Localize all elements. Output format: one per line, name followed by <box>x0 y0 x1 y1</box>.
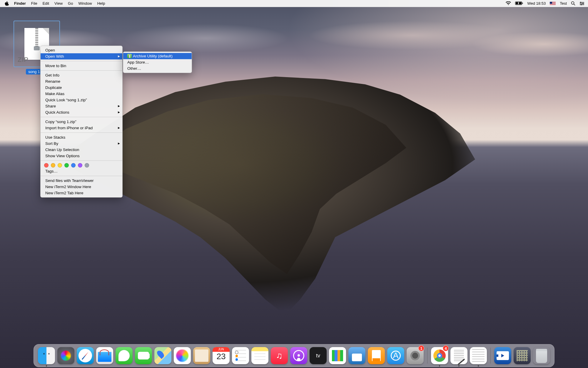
tag-dot-2[interactable] <box>58 163 62 168</box>
dock-badge-system-preferences: 1 <box>418 345 424 351</box>
openwith-other[interactable]: Other… <box>123 65 192 72</box>
ctx-make-alias[interactable]: Make Alias <box>41 91 122 97</box>
tag-dot-6[interactable] <box>85 163 89 168</box>
apple-menu-icon[interactable] <box>5 1 9 6</box>
menu-go[interactable]: Go <box>68 1 73 6</box>
ctx-send-files-with-teamviewer[interactable]: Send files with TeamViewer <box>41 178 122 184</box>
dock-app-system-preferences[interactable]: 1 <box>406 345 424 366</box>
dock-app-facetime[interactable] <box>134 345 153 366</box>
menu-view[interactable]: View <box>54 1 63 6</box>
dock-app-safari[interactable] <box>76 345 94 366</box>
notes-scratch-icon <box>470 347 487 364</box>
svg-point-8 <box>580 2 581 3</box>
svg-point-3 <box>572 2 574 4</box>
file-extension-badge: ZIP <box>18 56 29 64</box>
dock-app-notes-scratch[interactable] <box>469 345 487 366</box>
menubar-clock[interactable]: Wed 18:53 <box>527 1 546 6</box>
menu-window[interactable]: Window <box>78 1 92 6</box>
dock-app-finder[interactable] <box>37 345 56 366</box>
pages-icon <box>368 347 385 364</box>
dock-app-textedit[interactable] <box>450 345 468 366</box>
music-icon <box>271 347 288 364</box>
dock-app-mail[interactable] <box>96 345 114 366</box>
dock-app-teamviewer[interactable] <box>494 345 512 366</box>
tag-dot-5[interactable] <box>78 163 82 168</box>
dock-app-keynote[interactable] <box>348 345 366 366</box>
dock-app-numbers[interactable] <box>328 345 347 366</box>
dock-app-chrome[interactable]: 4 <box>430 345 449 366</box>
menu-file[interactable]: File <box>31 1 37 6</box>
finder-icon <box>38 347 55 364</box>
ctx-new-iterm2-window-here[interactable]: New iTerm2 Window Here <box>41 184 122 190</box>
dock-app-contacts[interactable] <box>193 345 211 366</box>
ctx-use-stacks[interactable]: Use Stacks <box>41 134 122 140</box>
dock-app-music[interactable] <box>270 345 288 366</box>
ctx-import-from-iphone-or-ipad[interactable]: Import from iPhone or iPad <box>41 125 122 131</box>
dock-app-launchpad[interactable] <box>57 345 75 366</box>
ctx-show-view-options[interactable]: Show View Options <box>41 153 122 159</box>
archive-utility-icon <box>127 54 132 58</box>
ctx-tags[interactable]: Tags… <box>41 168 122 174</box>
mail-icon <box>96 347 113 364</box>
photos-icon <box>174 347 191 364</box>
dock-app-photos[interactable] <box>173 345 191 366</box>
menu-help[interactable]: Help <box>97 1 105 6</box>
ctx-sort-by[interactable]: Sort By <box>41 140 122 147</box>
dock-app-desktop-shortcut[interactable] <box>513 345 531 366</box>
teamviewer-icon <box>494 347 511 364</box>
control-center-icon[interactable] <box>579 2 584 5</box>
dock-app-messages[interactable] <box>115 345 133 366</box>
ctx-share[interactable]: Share <box>41 103 122 109</box>
appstore-icon <box>387 347 404 364</box>
dock-app-reminders[interactable] <box>231 345 250 366</box>
ctx-open[interactable]: Open <box>41 47 122 53</box>
tag-dot-1[interactable] <box>51 163 55 168</box>
maps-icon <box>154 347 171 364</box>
context-menu: OpenOpen WithMove to BinGet InfoRenameDu… <box>40 46 123 198</box>
battery-icon[interactable] <box>515 1 523 5</box>
ctx-move-to-bin[interactable]: Move to Bin <box>41 63 122 69</box>
ctx-quick-actions[interactable]: Quick Actions <box>41 109 122 115</box>
submenu-item-label: Archive Utility (default) <box>133 54 173 58</box>
ctx-open-with[interactable]: Open With <box>41 53 122 59</box>
launchpad-icon <box>57 347 74 364</box>
svg-point-9 <box>582 3 584 4</box>
openwith-archive-utility-default[interactable]: Archive Utility (default) <box>123 53 192 59</box>
ctx-copy-song-1-zip[interactable]: Copy “song 1.zip” <box>41 119 122 125</box>
textedit-icon <box>450 347 467 364</box>
menu-edit[interactable]: Edit <box>43 1 49 6</box>
dock-app-trash[interactable] <box>532 345 551 366</box>
ctx-new-iterm2-tab-here[interactable]: New iTerm2 Tab Here <box>41 190 122 196</box>
contacts-icon <box>193 347 210 364</box>
dock-app-pages[interactable] <box>367 345 385 366</box>
wifi-icon[interactable] <box>506 1 511 5</box>
desktop-shortcut-icon <box>514 347 531 364</box>
ctx-tag-colors <box>41 162 122 168</box>
tag-dot-0[interactable] <box>44 163 49 168</box>
input-source-flag-icon[interactable] <box>550 2 556 5</box>
ctx-clean-up-selection[interactable]: Clean Up Selection <box>41 147 122 153</box>
menubar-user[interactable]: Test <box>560 1 567 6</box>
dock-app-appstore[interactable] <box>387 345 405 366</box>
dock-app-tv[interactable] <box>309 345 327 366</box>
dock-divider <box>490 348 491 364</box>
reminders-icon <box>232 347 249 364</box>
tag-dot-4[interactable] <box>71 163 76 168</box>
dock-badge-chrome: 4 <box>443 345 449 351</box>
spotlight-icon[interactable] <box>571 1 575 6</box>
dock-app-maps[interactable] <box>154 345 172 366</box>
ctx-rename[interactable]: Rename <box>41 78 122 84</box>
menubar-app-name[interactable]: Finder <box>14 1 26 6</box>
dock-app-notes[interactable] <box>251 345 269 366</box>
trash-icon <box>533 347 550 364</box>
openwith-app-store[interactable]: App Store… <box>123 59 192 65</box>
notes-icon <box>251 347 268 364</box>
svg-rect-2 <box>522 3 523 4</box>
ctx-quick-look-song-1-zip[interactable]: Quick Look “song 1.zip” <box>41 97 122 103</box>
ctx-get-info[interactable]: Get Info <box>41 72 122 78</box>
dock-app-podcasts[interactable] <box>290 345 308 366</box>
tag-dot-3[interactable] <box>64 163 69 168</box>
ctx-duplicate[interactable]: Duplicate <box>41 84 122 91</box>
dock-app-calendar[interactable] <box>212 345 230 366</box>
calendar-icon <box>213 347 230 364</box>
